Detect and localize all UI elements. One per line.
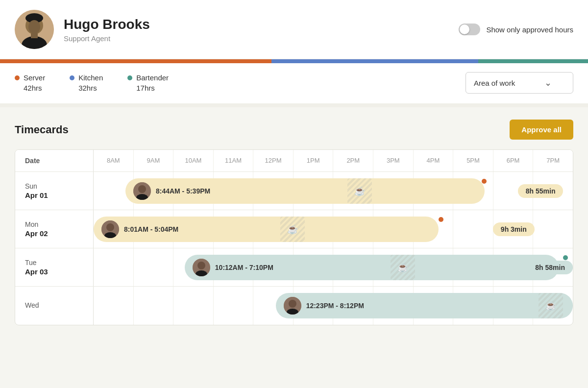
shift-bar-mon[interactable]: 8:01AM - 5:04PM [94, 217, 439, 242]
server-label: Server [15, 73, 45, 82]
time-7pm: 7PM [533, 150, 573, 171]
svg-rect-5 [31, 33, 38, 38]
break-area-sun: ☕ [347, 178, 372, 204]
user-name: Hugo Brooks [64, 17, 150, 32]
stat-kitchen: Kitchen 32hrs [70, 73, 103, 92]
shift-avatar-tue [193, 259, 210, 276]
approve-all-button[interactable]: Approve all [510, 120, 573, 140]
shift-bar-wed[interactable]: 12:23PM - 8:12PM [276, 293, 573, 318]
time-5pm: 5PM [453, 150, 493, 171]
day-name-mon: Mon [25, 220, 83, 228]
shift-bar-sun[interactable]: 8:44AM - 5:39PM [125, 178, 485, 204]
shift-avatar-mon [101, 220, 119, 238]
time-4pm: 4PM [414, 150, 454, 171]
area-of-work-dropdown[interactable]: Area of work ⌄ [466, 72, 573, 94]
day-name-wed: Wed [25, 301, 83, 309]
break-area-wed: ☕ [539, 293, 563, 318]
chevron-down-icon: ⌄ [544, 77, 552, 88]
day-date-apr02: Apr 02 [25, 229, 83, 238]
time-12pm: 12PM [253, 150, 294, 171]
time-header-row: Date 8AM 9AM 10AM 11AM 12PM 1PM 2PM 3PM … [15, 150, 573, 172]
day-label-sun: Sun Apr 01 [15, 172, 94, 210]
time-10am: 10AM [173, 150, 214, 171]
area-dropdown-label: Area of work [474, 79, 515, 87]
day-label-wed: Wed [15, 287, 94, 325]
day-date-apr03: Apr 03 [25, 267, 83, 276]
user-info: Hugo Brooks Support Agent [15, 10, 150, 49]
approved-hours-toggle[interactable] [459, 24, 480, 35]
time-2pm: 2PM [333, 150, 373, 171]
svg-point-4 [28, 20, 40, 34]
bartender-dot [127, 75, 132, 80]
time-1pm: 1PM [294, 150, 334, 171]
stat-items: Server 42hrs Kitchen 32hrs Bartender 17h… [15, 73, 466, 92]
time-11am: 11AM [214, 150, 254, 171]
user-details: Hugo Brooks Support Agent [64, 17, 150, 43]
kitchen-bar [271, 59, 478, 63]
date-col-header: Date [15, 150, 94, 171]
bartender-label: Bartender [127, 73, 169, 82]
avatar [15, 10, 54, 49]
hours-bar [0, 59, 588, 63]
row-tue-apr03: Tue Apr 03 [15, 248, 573, 287]
day-label-mon: Mon Apr 02 [15, 210, 94, 248]
row-sun-apr01: Sun Apr 01 [15, 172, 573, 210]
time-9am: 9AM [134, 150, 174, 171]
day-name-tue: Tue [25, 259, 83, 267]
bartender-hours: 17hrs [136, 84, 169, 92]
kitchen-dot [70, 75, 74, 80]
row-wed: Wed [15, 287, 573, 325]
kitchen-hours: 32hrs [78, 84, 103, 92]
progress-bar-section [0, 59, 588, 63]
timecards-header: Timecards Approve all [15, 120, 573, 140]
row-mon-apr02: Mon Apr 02 [15, 210, 573, 248]
shift-bar-tue[interactable]: 10:12AM - 7:10PM [185, 255, 559, 280]
stats-section: Server 42hrs Kitchen 32hrs Bartender 17h… [0, 63, 588, 107]
day-name-sun: Sun [25, 182, 83, 190]
timecards-section: Timecards Approve all Date 8AM 9AM 10AM … [0, 107, 588, 325]
svg-point-7 [138, 185, 146, 193]
stat-bartender: Bartender 17hrs [127, 73, 169, 92]
toggle-section[interactable]: Show only approved hours [459, 24, 573, 35]
timeline-sun[interactable]: 8:44AM - 5:39PM ☕ 8h 55min [94, 172, 573, 210]
duration-tue: 8h 58min [527, 261, 573, 274]
shift-time-wed: 12:23PM - 8:12PM [306, 302, 364, 310]
timeline-wed[interactable]: 12:23PM - 8:12PM ☕ [94, 287, 573, 325]
server-dot [15, 75, 20, 80]
calendar-grid: Date 8AM 9AM 10AM 11AM 12PM 1PM 2PM 3PM … [15, 149, 573, 325]
break-area-mon: ☕ [280, 217, 305, 242]
day-date-apr01: Apr 01 [25, 191, 83, 199]
duration-sun: 8h 55min [518, 184, 564, 198]
shift-time-mon: 8:01AM - 5:04PM [124, 225, 178, 233]
shift-avatar-wed [284, 297, 301, 315]
user-role: Support Agent [64, 34, 150, 43]
server-bar [0, 59, 271, 63]
day-label-tue: Tue Apr 03 [15, 248, 94, 286]
header: Hugo Brooks Support Agent Show only appr… [0, 0, 588, 59]
time-cols-header: 8AM 9AM 10AM 11AM 12PM 1PM 2PM 3PM 4PM 5… [94, 150, 573, 171]
stat-server: Server 42hrs [15, 73, 45, 92]
kitchen-label: Kitchen [70, 73, 103, 82]
timeline-tue[interactable]: 10:12AM - 7:10PM ☕ 8h 58min [94, 248, 573, 286]
timecards-title: Timecards [15, 123, 69, 136]
time-3pm: 3PM [373, 150, 414, 171]
duration-mon: 9h 3min [493, 222, 535, 236]
svg-point-10 [106, 223, 114, 231]
svg-point-13 [197, 262, 205, 269]
svg-point-16 [289, 300, 296, 308]
toggle-label: Show only approved hours [486, 25, 573, 34]
server-hours: 42hrs [24, 84, 45, 92]
time-8am: 8AM [94, 150, 134, 171]
bartender-bar [478, 59, 588, 63]
time-6pm: 6PM [493, 150, 534, 171]
break-area-tue: ☕ [391, 255, 415, 280]
shift-avatar-sun [133, 182, 151, 200]
toggle-knob [460, 24, 469, 34]
shift-time-tue: 10:12AM - 7:10PM [215, 264, 273, 271]
timeline-mon[interactable]: 8:01AM - 5:04PM ☕ 9h 3min [94, 210, 573, 248]
shift-time-sun: 8:44AM - 5:39PM [156, 187, 210, 195]
